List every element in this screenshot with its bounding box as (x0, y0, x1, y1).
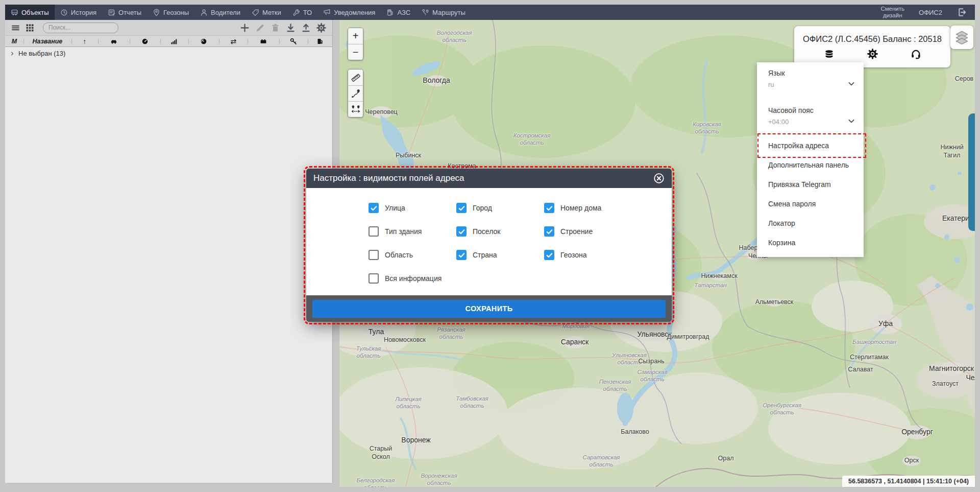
menu-item-trash[interactable]: Корзина (757, 233, 864, 252)
address-fields-grid: УлицаГородНомер домаТип зданияПоселокСтр… (306, 188, 672, 290)
checkbox-checked-icon (369, 203, 379, 213)
geofence-icon (153, 9, 160, 16)
checkbox-settlement[interactable]: Поселок (456, 220, 544, 243)
language-select[interactable]: Язык ru (757, 62, 864, 88)
nav-item-routes[interactable]: Маршруты (416, 5, 471, 20)
group-row-not-selected[interactable]: Не выбран (13) (5, 47, 332, 60)
checkbox-label: Геозона (560, 251, 587, 259)
timezone-select[interactable]: Часовой пояс +04:00 (757, 100, 864, 126)
checkbox-country[interactable]: Страна (456, 243, 544, 267)
nav-item-notifications[interactable]: Уведомления (317, 5, 381, 20)
hamburger-menu-icon[interactable] (11, 24, 20, 32)
nav-item-geofences[interactable]: Геозоны (147, 5, 194, 20)
menu-item-telegram-link[interactable]: Привязка Telegram (757, 175, 864, 194)
checkbox-all-info[interactable]: Вся информация (369, 267, 456, 290)
top-navbar: ОбъектыИсторияОтчетыГеозоныВодителиМетки… (5, 5, 975, 20)
checkbox-region[interactable]: Область (369, 243, 456, 267)
column-header-battery[interactable] (248, 36, 279, 46)
megaphone-icon (323, 9, 331, 16)
save-button[interactable]: СОХРАНИТЬ (312, 300, 666, 318)
search-input[interactable] (43, 22, 118, 33)
export-button[interactable] (301, 23, 311, 33)
wrench-icon (292, 9, 300, 16)
checkbox-city[interactable]: Город (456, 196, 544, 220)
delete-object-button[interactable] (271, 23, 280, 33)
build-route-button[interactable] (348, 85, 363, 101)
nav-item-maintenance[interactable]: ТО (287, 5, 317, 20)
checkbox-building-type[interactable]: Тип здания (369, 220, 456, 243)
column-header-monitoring[interactable]: М (5, 36, 23, 46)
checkbox-street[interactable]: Улица (369, 196, 456, 220)
menu-item-change-password[interactable]: Смена пароля (757, 194, 864, 214)
pins-icon (351, 105, 360, 114)
modal-title: Настройка : видимости полей адреса (313, 173, 464, 183)
column-header-fuel-small[interactable] (308, 36, 332, 46)
column-header-car[interactable] (98, 36, 130, 46)
key-icon (290, 38, 297, 45)
map-tools-control (348, 69, 363, 118)
support-button[interactable] (911, 49, 921, 59)
checkbox-geozone[interactable]: Геозона (544, 243, 672, 267)
settings-button[interactable] (867, 49, 878, 59)
car-icon (110, 38, 117, 45)
nav-item-fuel-stations[interactable]: АЗС (381, 5, 416, 20)
nav-item-label: Маршруты (432, 9, 465, 16)
bus-icon (11, 9, 18, 16)
panel-toolbar (5, 20, 332, 36)
checkbox-checked-icon (544, 226, 554, 237)
grid-view-icon[interactable] (26, 24, 34, 32)
column-header-name[interactable]: Название (23, 36, 71, 46)
column-header-sort-up[interactable]: ↑ (71, 36, 98, 46)
nav-menu: ОбъектыИсторияОтчетыГеозоныВодителиМетки… (5, 5, 471, 20)
checkbox-label: Номер дома (560, 204, 601, 212)
edit-object-button[interactable] (255, 23, 265, 33)
nav-item-label: История (71, 9, 96, 16)
add-object-button[interactable] (240, 23, 250, 33)
modal-footer: СОХРАНИТЬ (306, 295, 672, 322)
change-design-button[interactable]: Сменить дизайн (880, 6, 904, 19)
address-settings-modal: Настройка : видимости полей адреса Улица… (306, 169, 672, 322)
nav-item-drivers[interactable]: Водители (194, 5, 246, 20)
zoom-out-button[interactable]: − (348, 44, 363, 60)
column-header-transfer[interactable]: ⇄ (219, 36, 248, 46)
panel-settings-button[interactable] (316, 23, 326, 33)
map-layers-button[interactable] (950, 26, 973, 49)
language-value: ru (768, 81, 853, 88)
nav-item-tags[interactable]: Метки (246, 5, 287, 20)
zoom-in-button[interactable]: + (348, 28, 363, 44)
point-to-point-button[interactable] (348, 101, 363, 117)
chevron-right-icon (10, 51, 15, 56)
menu-item-locator[interactable]: Локатор (757, 214, 864, 233)
checkbox-label: Тип здания (385, 227, 422, 236)
language-label: Язык (768, 69, 853, 77)
navbar-right: Сменить дизайн ОФИС2 (880, 6, 975, 19)
nav-item-objects[interactable]: Объекты (5, 5, 55, 20)
column-header-gauge[interactable] (188, 36, 219, 46)
measure-distance-button[interactable] (348, 69, 363, 85)
checkbox-structure[interactable]: Строение (544, 220, 672, 243)
logout-icon (957, 7, 967, 17)
payments-button[interactable] (824, 49, 835, 59)
modal-header: Настройка : видимости полей адреса (306, 169, 672, 188)
username-label: ОФИС2 (919, 9, 942, 16)
modal-close-button[interactable] (653, 173, 665, 184)
objects-panel: МНазвание↑⇄ Не выбран (13) (5, 20, 333, 483)
column-header-key[interactable] (279, 36, 308, 46)
column-header-speedometer[interactable] (130, 36, 160, 46)
logout-button[interactable] (957, 7, 967, 17)
side-panel-handle[interactable] (968, 113, 975, 231)
nav-item-reports[interactable]: Отчеты (102, 5, 147, 20)
nav-item-label: Уведомления (334, 9, 375, 16)
menu-item-extra-panel[interactable]: Дополнительная панель (757, 155, 864, 175)
nav-item-history[interactable]: История (55, 5, 102, 20)
import-button[interactable] (286, 23, 296, 33)
checkbox-house-number[interactable]: Номер дома (544, 196, 672, 220)
checkbox-unchecked-box (369, 250, 379, 260)
signal-icon (170, 38, 178, 45)
menu-item-address-settings[interactable]: Настройка адреса (757, 136, 864, 155)
coordinates-bar: 56.5836573 , 51.4140804 | 15:41:10 (+04) (842, 476, 975, 487)
column-header-signal[interactable] (160, 36, 189, 46)
checkbox-checked-icon (456, 203, 467, 213)
checkbox-checked-icon (456, 250, 467, 260)
routes-icon (422, 9, 429, 16)
